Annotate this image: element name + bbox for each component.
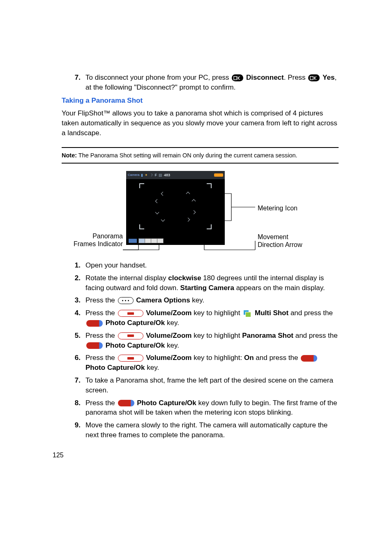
- text: key to highlight:: [191, 354, 244, 362]
- step-item: 2.Rotate the internal display clockwise …: [62, 273, 339, 293]
- step-item: 1.Open your handset.: [62, 261, 339, 270]
- note-label: Note:: [62, 152, 77, 159]
- text: key.: [190, 296, 205, 304]
- bold-text: Photo Capture/Ok: [137, 399, 196, 407]
- step-body: Press the Volume/Zoom key to highlight: …: [85, 353, 339, 373]
- manual-page: 7. To disconnect your phone from your PC…: [0, 0, 392, 542]
- step-body: Rotate the internal display clockwise 18…: [85, 273, 339, 293]
- bold-text: Volume/Zoom: [146, 309, 191, 317]
- text: and press the: [288, 309, 333, 317]
- step-body: Move the camera slowly to the right. The…: [85, 420, 339, 440]
- step-number: 2.: [62, 273, 85, 293]
- step-body: Press the Volume/Zoom key to highlight M…: [85, 308, 339, 328]
- panorama-label-2: Frames Indicator: [73, 240, 123, 249]
- photo-capture-key-icon: [86, 342, 103, 349]
- bold-text: Starting Camera: [180, 284, 234, 292]
- text: appears on the main display.: [234, 284, 325, 292]
- movement-label-2: Direction Arrow: [258, 240, 302, 249]
- frame-count: 483: [164, 173, 170, 178]
- step-item: 8.Press the Photo Capture/Ok key down fu…: [62, 398, 339, 418]
- frames-indicator: [138, 238, 164, 243]
- photo-capture-key-icon: [86, 320, 103, 327]
- step-item: 3.Press the Camera Options key.: [62, 295, 339, 305]
- svg-rect-0: [234, 76, 237, 80]
- text: To disconnect your phone from your PC, p…: [85, 74, 231, 81]
- text: key.: [165, 319, 179, 327]
- bold-text: Volume/Zoom: [146, 354, 191, 362]
- text: Press the: [85, 332, 117, 339]
- text: Press the: [85, 296, 117, 304]
- bold-text: Panorama Shot: [242, 332, 293, 339]
- prev-step-7: 7. To disconnect your phone from your PC…: [62, 73, 339, 92]
- step-number: 6.: [62, 353, 85, 373]
- step-body: Press the Photo Capture/Ok key down full…: [85, 398, 339, 418]
- step-number: 5.: [62, 331, 85, 351]
- camera-mode-label: Camera: [128, 173, 139, 177]
- phone-screen: Camera ▮ ✦ ☽ F ▤ 483: [126, 171, 225, 245]
- intro-paragraph: Your FlipShot™ allows you to take a pano…: [62, 108, 339, 138]
- step-item: 9.Move the camera slowly to the right. T…: [62, 420, 339, 440]
- volume-zoom-key-icon: [118, 310, 143, 317]
- text: key to highlight: [191, 309, 242, 317]
- note-block: Note: The Panorama Shot setting will rem…: [62, 147, 339, 164]
- step-number: 4.: [62, 308, 85, 328]
- text: Open your handset.: [85, 261, 147, 269]
- step-body: Press the Volume/Zoom key to highlight P…: [85, 331, 339, 351]
- step-item: 4.Press the Volume/Zoom key to highlight…: [62, 308, 339, 328]
- battery-icon: [214, 173, 223, 177]
- step-body: To disconnect your phone from your PC, p…: [85, 73, 339, 92]
- text: and press the: [293, 332, 338, 339]
- phone-topbar: Camera ▮ ✦ ☽ F ▤ 483: [126, 171, 225, 179]
- text: and press the: [254, 354, 300, 362]
- phone-bottombar: [126, 237, 225, 245]
- bold-text: Camera Options: [136, 296, 190, 304]
- panorama-frames-icon: [129, 239, 137, 243]
- bold-text: Photo Capture/Ok: [106, 341, 165, 349]
- bold-text: On: [244, 354, 254, 362]
- note-text: The Panorama Shot setting will remain ON…: [77, 152, 297, 159]
- text: key.: [165, 341, 179, 349]
- text: key to highlight: [191, 332, 242, 339]
- steps-list: 1.Open your handset.2.Rotate the interna…: [62, 261, 339, 440]
- step-item: 6.Press the Volume/Zoom key to highlight…: [62, 353, 339, 373]
- text: . Press: [284, 74, 308, 81]
- step-number: 7.: [62, 73, 85, 92]
- step-body: To take a Panorama shot, frame the left …: [85, 376, 339, 395]
- ok-icon: [232, 74, 243, 81]
- ok-icon: [308, 74, 320, 81]
- bold-text: Multi Shot: [255, 309, 288, 317]
- bold-text: Photo Capture/Ok: [106, 319, 165, 327]
- text: Press the: [85, 399, 117, 407]
- metering-marks: [156, 192, 195, 221]
- text: To take a Panorama shot, frame the left …: [85, 376, 333, 394]
- step-number: 3.: [62, 295, 85, 305]
- text: Rotate the internal display: [85, 274, 168, 282]
- svg-rect-1: [310, 76, 313, 80]
- metering-label: Metering Icon: [258, 204, 297, 213]
- page-number: 125: [53, 451, 64, 460]
- multishot-icon: [243, 310, 251, 317]
- volume-zoom-key-icon: [118, 332, 143, 339]
- step-number: 9.: [62, 420, 85, 440]
- photo-capture-key-icon: [118, 400, 134, 406]
- text: Press the: [85, 309, 117, 317]
- step-item: 7.To take a Panorama shot, frame the lef…: [62, 376, 339, 395]
- prev-step-list: 7. To disconnect your phone from your PC…: [62, 73, 339, 92]
- step-number: 1.: [62, 261, 85, 270]
- bold-text: Photo Capture/Ok: [85, 364, 145, 371]
- panorama-diagram: Camera ▮ ✦ ☽ F ▤ 483: [73, 171, 327, 253]
- photo-capture-key-icon: [301, 355, 317, 362]
- bold-text: Volume/Zoom: [146, 332, 191, 339]
- step-body: Open your handset.: [85, 261, 339, 270]
- volume-zoom-key-icon: [118, 355, 143, 362]
- step-body: Press the Camera Options key.: [85, 295, 339, 305]
- step-number: 7.: [62, 376, 85, 395]
- step-number: 8.: [62, 398, 85, 418]
- text: key.: [145, 364, 159, 371]
- step-item: 5.Press the Volume/Zoom key to highlight…: [62, 331, 339, 351]
- options-key-icon: [118, 297, 134, 304]
- section-heading: Taking a Panorama Shot: [62, 96, 339, 106]
- disconnect-label: Disconnect: [246, 74, 284, 81]
- bold-text: clockwise: [168, 274, 201, 282]
- text: Press the: [85, 354, 117, 362]
